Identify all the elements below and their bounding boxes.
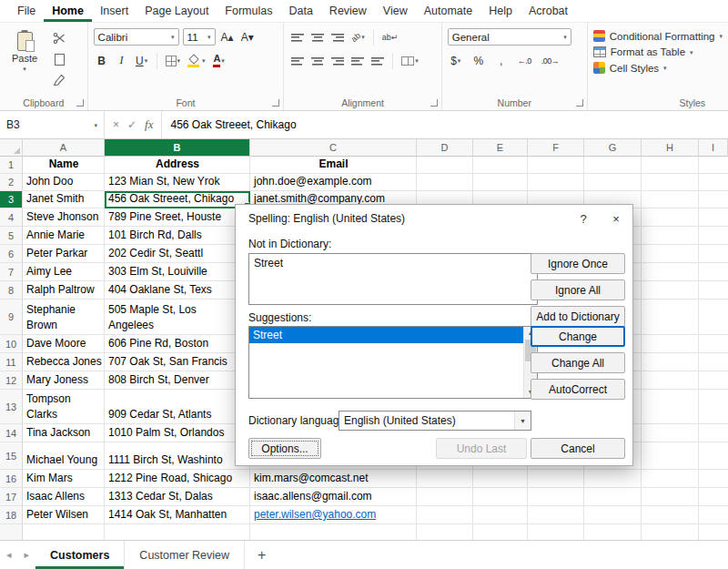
cell[interactable]: 123 Mian St, New Yrok	[105, 174, 250, 191]
cell[interactable]: Aimy Lee	[23, 263, 105, 281]
empty-cells[interactable]	[417, 506, 728, 524]
column-header-i[interactable]: I	[699, 139, 728, 157]
cell[interactable]: Email	[250, 157, 417, 174]
font-color-button[interactable]: A▾	[211, 52, 228, 69]
cell[interactable]: 1212 Pine Road, Shicago	[105, 470, 250, 488]
cell[interactable]: 1111 Birch St, Washinto	[105, 442, 250, 470]
decrease-indent-button[interactable]	[349, 52, 366, 69]
alignment-dialog-launcher-icon[interactable]	[430, 99, 438, 107]
tab-view[interactable]: View	[375, 0, 416, 22]
sheet-tab-customers[interactable]: Customers	[35, 541, 125, 569]
enter-entry-icon[interactable]: ✓	[127, 118, 136, 131]
column-header-b[interactable]: B	[105, 139, 250, 157]
change-all-button[interactable]: Change All	[531, 352, 625, 373]
tab-page-layout[interactable]: Page Layout	[136, 0, 217, 22]
copy-button[interactable]	[50, 52, 68, 66]
cell[interactable]: Michael Young	[23, 442, 105, 470]
dialog-close-button[interactable]: ×	[600, 205, 632, 232]
insert-function-icon[interactable]: fx	[145, 117, 153, 132]
add-sheet-button[interactable]: +	[245, 541, 278, 569]
format-painter-button[interactable]	[50, 73, 68, 87]
cell[interactable]: Address	[105, 157, 250, 174]
cell[interactable]: isaac.allens@gmail.com	[250, 488, 417, 506]
middle-align-button[interactable]	[309, 28, 326, 46]
ignore-all-button[interactable]: Ignore All	[531, 279, 625, 300]
cell[interactable]: Steve Jhonson	[23, 208, 105, 227]
merge-center-button[interactable]: ▾	[399, 52, 420, 69]
column-header-d[interactable]: D	[417, 139, 473, 157]
email-hyperlink[interactable]: peter.wilsen@yahoo.com	[250, 506, 417, 524]
cell[interactable]: Tompson Clarks	[23, 390, 105, 424]
row-header-5[interactable]: 5	[0, 227, 23, 245]
tab-data[interactable]: Data	[280, 0, 320, 22]
cell[interactable]: Mary Joness	[23, 371, 105, 390]
select-all-corner[interactable]	[0, 139, 23, 157]
conditional-formatting-button[interactable]: Conditional Formatting ▾	[593, 30, 723, 42]
row-header-9[interactable]: 9	[0, 300, 23, 335]
tab-automate[interactable]: Automate	[416, 0, 481, 22]
cell[interactable]: Peter Parkar	[23, 245, 105, 263]
row-header-10[interactable]: 10	[0, 335, 23, 353]
tab-home[interactable]: Home	[44, 0, 92, 22]
row-header-7[interactable]: 7	[0, 263, 23, 281]
bold-button[interactable]: B	[94, 52, 110, 69]
row-header-3[interactable]: 3	[0, 191, 23, 208]
align-right-button[interactable]	[329, 52, 346, 69]
italic-button[interactable]: I	[114, 52, 130, 69]
cell[interactable]: 303 Elm St, Louiville	[105, 263, 250, 281]
column-header-e[interactable]: E	[473, 139, 528, 157]
dialog-help-button[interactable]: ?	[567, 205, 600, 232]
not-in-dictionary-box[interactable]: Street	[248, 253, 538, 305]
cell[interactable]: 808 Birch St, Denver	[105, 371, 250, 390]
bottom-align-button[interactable]	[329, 28, 346, 46]
row-header-4[interactable]: 4	[0, 208, 23, 227]
column-header-c[interactable]: C	[250, 139, 417, 157]
cell[interactable]: Isaac Allens	[23, 488, 105, 506]
center-button[interactable]	[309, 52, 326, 69]
empty-cells[interactable]	[417, 488, 728, 506]
column-header-a[interactable]: A	[23, 139, 105, 157]
cell[interactable]: Rebecca Jones	[23, 353, 105, 371]
cell[interactable]: kim.mars@comcast.net	[250, 470, 417, 488]
row-header-2[interactable]: 2	[0, 174, 23, 191]
sheet-tab-customer-review[interactable]: Customer Review	[125, 541, 245, 569]
row-header-1[interactable]: 1	[0, 157, 23, 174]
row-header-17[interactable]: 17	[0, 488, 23, 506]
row-header-8[interactable]: 8	[0, 281, 23, 300]
decrease-font-size-button[interactable]: A▾	[239, 28, 256, 46]
autocorrect-button[interactable]: AutoCorrect	[531, 379, 625, 400]
cancel-button[interactable]: Cancel	[531, 438, 625, 459]
ignore-once-button[interactable]: Ignore Once	[531, 253, 625, 274]
tab-file[interactable]: File	[9, 0, 44, 22]
cell[interactable]: Dave Moore	[23, 335, 105, 353]
decrease-decimal-button[interactable]: .00→	[540, 52, 561, 69]
cell[interactable]: Peter Wilsen	[23, 506, 105, 524]
tab-formulas[interactable]: Formulas	[217, 0, 280, 22]
dictionary-language-select[interactable]: English (United States) ▾	[339, 411, 531, 431]
change-button[interactable]: Change	[531, 326, 625, 347]
font-size-select[interactable]: 11 ▾	[183, 28, 216, 46]
empty-cells[interactable]	[417, 157, 728, 174]
cell[interactable]: 909 Cedar St, Atlants	[105, 390, 250, 424]
cell[interactable]: John Doo	[23, 174, 105, 191]
cell[interactable]: 202 Cedir St, Seattl	[105, 245, 250, 263]
empty-cells[interactable]	[417, 524, 728, 541]
cell[interactable]: 505 Maple St, Los Angelees	[105, 300, 250, 335]
cell[interactable]: 1414 Oak St, Manhatten	[105, 506, 250, 524]
row-header-16[interactable]: 16	[0, 470, 23, 488]
cell[interactable]: 1313 Cedar St, Dalas	[105, 488, 250, 506]
sheet-nav-prev-icon[interactable]: ◂	[0, 541, 18, 569]
number-dialog-launcher-icon[interactable]	[576, 99, 583, 107]
cell[interactable]: Ralph Paltrow	[23, 281, 105, 300]
column-header-h[interactable]: H	[642, 139, 699, 157]
row-header-11[interactable]: 11	[0, 353, 23, 371]
cell[interactable]: 707 Oak St, San Francis	[105, 353, 250, 371]
align-left-button[interactable]	[289, 52, 306, 69]
cell[interactable]: Kim Mars	[23, 470, 105, 488]
row-header-6[interactable]: 6	[0, 245, 23, 263]
empty-cells[interactable]	[417, 470, 728, 488]
format-as-table-button[interactable]: Format as Table ▾	[593, 46, 723, 57]
increase-decimal-button[interactable]: ←.0	[516, 52, 533, 69]
cell[interactable]	[105, 524, 250, 541]
row-header-18[interactable]: 18	[0, 506, 23, 524]
